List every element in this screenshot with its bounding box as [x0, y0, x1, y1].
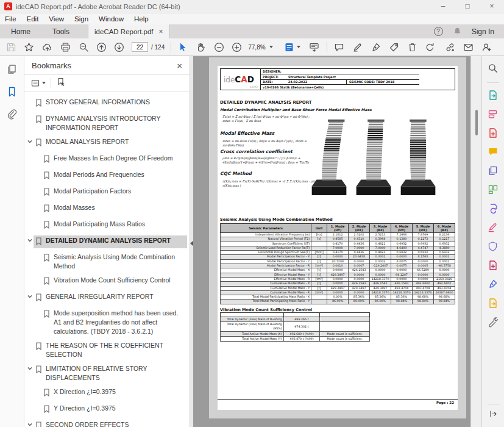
selection-tool-icon[interactable] [177, 42, 188, 52]
bookmarks-close-icon[interactable]: × [177, 60, 182, 71]
stamp-icon[interactable] [389, 42, 399, 52]
sign-in-button[interactable]: Sign In [472, 27, 494, 36]
menu-sign[interactable]: Sign [74, 15, 88, 23]
comment-icon[interactable] [334, 42, 344, 52]
collapse-panel-arrow-icon[interactable] [489, 409, 498, 418]
attachments-icon[interactable] [6, 109, 18, 123]
tab-document[interactable]: ideCAD Report.pdf × [88, 24, 170, 38]
comment-icon[interactable] [487, 146, 499, 158]
bookmark-item[interactable]: DETAILED DYNAMIC ANALYSIS REPORT [24, 234, 190, 250]
next-page-icon[interactable] [114, 42, 124, 52]
rotate-icon[interactable] [425, 42, 435, 52]
table-cell: [tm²] [311, 277, 327, 281]
tab-home[interactable]: Home [0, 24, 41, 38]
menu-help[interactable]: Help [134, 15, 149, 23]
export-pdf-icon[interactable] [487, 89, 499, 101]
chevron-down-icon[interactable] [26, 137, 34, 144]
find-icon[interactable] [79, 42, 89, 52]
bookmark-item[interactable]: Mode superposition method has been used.… [24, 306, 190, 339]
bookmarks-panel-icon[interactable] [6, 86, 18, 100]
help-icon[interactable]: ? [434, 27, 443, 36]
bookmark-item[interactable]: DYNAMIC ANALYSIS INTRODUCTORY INFORMATIO… [24, 112, 190, 135]
bookmark-item[interactable]: LIMITATION OF RELATIVE STORY DISPLACEMEN… [24, 362, 190, 385]
fill-and-sign-icon[interactable] [371, 42, 381, 52]
bookmark-item[interactable]: MODAL ANALYSIS REPORT [24, 135, 190, 151]
bookmark-options-menu-icon[interactable] [30, 78, 46, 88]
scrollbar-thumb[interactable] [475, 110, 478, 135]
document-pane[interactable]: ideCAD 10.92 DESIGNER: PROJECT:Structura… [193, 56, 481, 427]
presentation-mode-icon[interactable] [309, 42, 319, 52]
menu-file[interactable]: File [5, 15, 16, 23]
tab-tools[interactable]: Tools [41, 24, 80, 38]
table-cell: 2169.3029 [433, 277, 455, 281]
table-cell: 85.36% [349, 295, 370, 300]
hand-tool-icon[interactable] [196, 42, 206, 52]
fill-and-sign-icon[interactable] [487, 278, 499, 290]
bookmark-item[interactable]: THE REASON OF THE R COEFFICIENT SELECTIO… [24, 339, 190, 362]
zoom-dropdown-caret-icon[interactable] [269, 46, 273, 48]
bookmark-item[interactable]: Modal Periods And Frequencies [24, 168, 190, 184]
share-link-icon[interactable] [445, 42, 455, 52]
delete-icon[interactable] [407, 42, 417, 52]
navigation-rail [0, 56, 24, 427]
zoom-out-icon[interactable] [214, 42, 224, 52]
edit-pdf-icon[interactable] [487, 108, 499, 120]
tab-close-icon[interactable]: × [159, 27, 163, 36]
bookmark-item[interactable]: Modal Participating Mass Ratios [24, 217, 190, 234]
chevron-down-icon[interactable] [26, 420, 34, 427]
mode-shape-figure-2 [355, 116, 392, 196]
minimize-button[interactable]: – [431, 0, 455, 13]
request-e-signatures-icon[interactable] [487, 297, 499, 309]
table-cell: 426.1543 [391, 282, 412, 286]
chevron-down-icon[interactable] [26, 292, 34, 299]
date-value: 24.02.2022 [288, 80, 346, 84]
bookmark-item[interactable]: GENERAL IRREGULARITY REPORT [24, 290, 190, 306]
page-number-input[interactable]: 22 [132, 42, 148, 52]
scan-ocr-icon[interactable] [487, 259, 499, 271]
bookmark-item[interactable]: Vibration Mode Count Sufficiency Control [24, 273, 190, 290]
organize-pages-icon[interactable] [487, 184, 499, 196]
bookmark-item[interactable]: Seismic Analysis Using Mode Combination … [24, 250, 190, 273]
request-signatures-icon[interactable] [481, 42, 492, 52]
close-button[interactable]: × [480, 0, 504, 13]
redact-icon[interactable] [487, 221, 499, 234]
report-title: DETAILED DYNAMIC ANALYSIS REPORT [220, 100, 312, 105]
print-icon[interactable] [60, 42, 71, 52]
bookmark-item[interactable]: Free Masses In Each Degree Of Freedom [24, 151, 190, 168]
table-cell: 86.00% [349, 300, 370, 304]
compress-pdf-icon[interactable] [487, 203, 499, 215]
vertical-scrollbar[interactable] [470, 56, 481, 427]
combine-files-icon[interactable] [487, 165, 499, 177]
bookmark-item[interactable]: Y Direction ¿I=0.3975 [24, 401, 190, 418]
maximize-button[interactable]: □ [455, 0, 480, 13]
chevron-down-icon[interactable] [26, 235, 34, 243]
bookmark-item[interactable]: SECOND ORDER EFFECTS [24, 418, 190, 427]
zoom-level-value[interactable]: 77,8% [248, 44, 265, 51]
highlight-icon[interactable] [352, 42, 363, 52]
email-icon[interactable] [463, 42, 474, 52]
page-thumbnails-icon[interactable] [6, 63, 18, 77]
page-view-icon[interactable] [284, 42, 294, 52]
menu-edit[interactable]: Edit [27, 15, 39, 23]
zoom-in-icon[interactable] [232, 42, 242, 52]
create-pdf-icon[interactable] [487, 127, 499, 139]
protect-icon[interactable] [487, 240, 499, 253]
notifications-bell-icon[interactable] [453, 27, 462, 36]
menu-window[interactable]: Window [99, 15, 124, 23]
previous-page-icon[interactable] [96, 42, 107, 52]
menu-view[interactable]: View [49, 15, 64, 23]
bookmark-item[interactable]: X Direction ¿I=0.3975 [24, 385, 190, 401]
page-view-caret-icon[interactable] [297, 46, 300, 48]
save-icon[interactable] [6, 42, 16, 52]
table-header-cell [320, 313, 370, 317]
bookmark-item[interactable]: Modal Masses [24, 201, 190, 217]
bookmark-item[interactable]: Modal Participation Factors [24, 184, 190, 201]
add-to-favorites-icon[interactable] [24, 42, 34, 52]
search-tools-icon[interactable] [487, 62, 499, 74]
bookmark-item[interactable]: STORY GENERAL INFORMATIONS [24, 95, 190, 112]
table-row: Total Active Modal Mass (X)492.680 t (%9… [221, 331, 370, 336]
chevron-down-icon[interactable] [26, 364, 34, 371]
expand-current-bookmark-icon[interactable] [56, 77, 66, 90]
cloud-upload-icon[interactable] [42, 42, 52, 52]
more-tools-icon[interactable] [487, 316, 499, 328]
